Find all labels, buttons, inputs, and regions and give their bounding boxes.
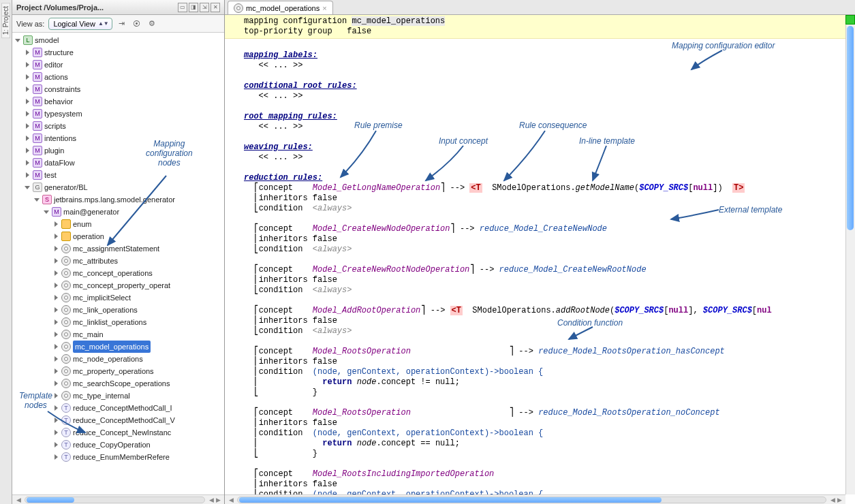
tree-label: actions bbox=[44, 71, 68, 83]
tree-generator[interactable]: Ggenerator/BL bbox=[15, 181, 224, 193]
tree-item-scripts[interactable]: Mscripts bbox=[15, 120, 224, 132]
disclosure-triangle-icon[interactable] bbox=[53, 270, 60, 277]
disclosure-triangle-icon[interactable] bbox=[25, 61, 31, 68]
disclosure-triangle-icon[interactable] bbox=[53, 331, 60, 338]
tree-tmpl-reduce_Concept_NewInstanc[interactable]: Treduce_Concept_NewInstanc bbox=[15, 426, 224, 439]
editor-h-scrollbar[interactable]: ◀ ◀▶ bbox=[225, 494, 845, 504]
tree-item-plugin[interactable]: Mplugin bbox=[15, 144, 224, 157]
disclosure-triangle-icon[interactable] bbox=[25, 147, 31, 154]
disclosure-triangle-icon[interactable] bbox=[15, 37, 22, 44]
panel-btn-2[interactable]: ◨ bbox=[189, 3, 198, 12]
disclosure-triangle-icon[interactable] bbox=[25, 74, 31, 80]
panel-title: Project /Volumes/Proja... bbox=[16, 3, 178, 12]
close-icon[interactable]: × bbox=[322, 4, 326, 12]
tree-mc-mc_type_internal[interactable]: mc_type_internal bbox=[15, 390, 224, 402]
tree-item-structure[interactable]: Mstructure bbox=[15, 46, 224, 59]
tree-mc-mc_concept_operations[interactable]: mc_concept_operations bbox=[15, 267, 224, 279]
tree-mc-mc_searchScope_operations[interactable]: mc_searchScope_operations bbox=[15, 377, 224, 390]
disclosure-triangle-icon[interactable] bbox=[25, 98, 31, 105]
tree-folder-enum[interactable]: enum bbox=[15, 218, 224, 230]
tree-label: generator/BL bbox=[44, 181, 88, 193]
tree-item-typesystem[interactable]: Mtypesystem bbox=[15, 108, 224, 120]
node-icon: T bbox=[61, 440, 71, 450]
tree-label: behavior bbox=[44, 95, 73, 108]
disclosure-triangle-icon[interactable] bbox=[25, 123, 31, 129]
tree-label: mc_implicitSelect bbox=[73, 292, 131, 304]
tree-tmpl-reduce_CopyOperation[interactable]: Treduce_CopyOperation bbox=[15, 439, 224, 451]
disclosure-triangle-icon[interactable] bbox=[53, 221, 60, 227]
view-as-combo[interactable]: Logical View ▲▼ bbox=[48, 18, 112, 30]
tree-item-editor[interactable]: Meditor bbox=[15, 59, 224, 71]
tree-mc-mc_concept_property_operat[interactable]: mc_concept_property_operat bbox=[15, 279, 224, 292]
tree-folder-operation[interactable]: operation bbox=[15, 230, 224, 242]
tree-main[interactable]: Mmain@generator bbox=[15, 206, 224, 218]
disclosure-triangle-icon[interactable] bbox=[25, 172, 31, 178]
disclosure-triangle-icon[interactable] bbox=[53, 257, 60, 264]
tree-mc-mc_attributes[interactable]: mc_attributes bbox=[15, 255, 224, 267]
tree-mc-mc_assignmentStatement[interactable]: mc_assignmentStatement bbox=[15, 242, 224, 255]
gear-icon[interactable]: ⚙ bbox=[146, 18, 157, 29]
tree-label: intentions bbox=[44, 132, 76, 144]
disclosure-triangle-icon[interactable] bbox=[25, 184, 31, 191]
tree-label: mc_searchScope_operations bbox=[73, 377, 170, 390]
disclosure-triangle-icon[interactable] bbox=[53, 245, 60, 252]
tree-mc-mc_node_operations[interactable]: mc_node_operations bbox=[15, 353, 224, 365]
tree-mc-mc_main[interactable]: mc_main bbox=[15, 328, 224, 341]
tree-label: mc_assignmentStatement bbox=[73, 242, 159, 255]
editor-body[interactable]: mapping configuration mc_model_operation… bbox=[225, 15, 855, 504]
tree-label: reduce_Concept_NewInstanc bbox=[73, 426, 171, 439]
disclosure-triangle-icon[interactable] bbox=[25, 49, 31, 56]
tree-mc-mc_property_operations[interactable]: mc_property_operations bbox=[15, 365, 224, 377]
disclosure-triangle-icon[interactable] bbox=[53, 319, 60, 326]
tree-mc-mc_linklist_operations[interactable]: mc_linklist_operations bbox=[15, 316, 224, 328]
tree-pkg[interactable]: Sjetbrains.mps.lang.smodel.generator bbox=[15, 193, 224, 206]
tree-item-intentions[interactable]: Mintentions bbox=[15, 132, 224, 144]
tree-tmpl-reduce_EnumMemberRefere[interactable]: Treduce_EnumMemberRefere bbox=[15, 451, 224, 463]
disclosure-triangle-icon[interactable] bbox=[53, 282, 60, 289]
project-tree[interactable]: LsmodelMstructureMeditorMactionsMconstra… bbox=[12, 33, 224, 494]
disclosure-triangle-icon[interactable] bbox=[53, 306, 60, 313]
target-icon[interactable]: ⦿ bbox=[131, 18, 142, 29]
panel-btn-3[interactable]: ⇲ bbox=[200, 3, 209, 12]
disclosure-triangle-icon[interactable] bbox=[53, 417, 60, 424]
disclosure-triangle-icon[interactable] bbox=[25, 86, 31, 93]
panel-btn-4[interactable]: ✕ bbox=[211, 3, 220, 12]
tree-label: editor bbox=[44, 59, 63, 71]
side-tab-project[interactable]: 1: Project bbox=[1, 3, 10, 38]
node-icon: M bbox=[33, 97, 42, 106]
disclosure-triangle-icon[interactable] bbox=[53, 356, 60, 362]
tree-label: jetbrains.mps.lang.smodel.generator bbox=[54, 193, 175, 206]
tree-item-actions[interactable]: Mactions bbox=[15, 71, 224, 83]
tree-mc-mc_model_operations[interactable]: mc_model_operations bbox=[15, 341, 224, 353]
disclosure-triangle-icon[interactable] bbox=[25, 110, 31, 117]
tree-tmpl-reduce_ConceptMethodCall_I[interactable]: Treduce_ConceptMethodCall_I bbox=[15, 402, 224, 414]
disclosure-triangle-icon[interactable] bbox=[25, 159, 31, 166]
disclosure-triangle-icon[interactable] bbox=[34, 196, 41, 203]
disclosure-triangle-icon[interactable] bbox=[44, 208, 50, 215]
disclosure-triangle-icon[interactable] bbox=[53, 343, 60, 350]
tree-tmpl-reduce_ConceptMethodCall_V[interactable]: Treduce_ConceptMethodCall_V bbox=[15, 414, 224, 426]
editor-v-scrollbar[interactable] bbox=[845, 15, 855, 494]
disclosure-triangle-icon[interactable] bbox=[53, 294, 60, 301]
collapse-icon[interactable]: ⇥ bbox=[116, 18, 127, 29]
panel-btn-1[interactable]: ▭ bbox=[178, 3, 187, 12]
tree-mc-mc_link_operations[interactable]: mc_link_operations bbox=[15, 304, 224, 316]
tree-root[interactable]: Lsmodel bbox=[15, 34, 224, 46]
disclosure-triangle-icon[interactable] bbox=[53, 233, 60, 240]
disclosure-triangle-icon[interactable] bbox=[53, 454, 60, 460]
editor-tab[interactable]: mc_model_operations × bbox=[228, 1, 333, 14]
tree-item-behavior[interactable]: Mbehavior bbox=[15, 95, 224, 108]
disclosure-triangle-icon[interactable] bbox=[25, 135, 31, 142]
tree-item-constraints[interactable]: Mconstraints bbox=[15, 83, 224, 95]
tree-mc-mc_implicitSelect[interactable]: mc_implicitSelect bbox=[15, 292, 224, 304]
disclosure-triangle-icon[interactable] bbox=[53, 380, 60, 387]
disclosure-triangle-icon[interactable] bbox=[53, 429, 60, 436]
tree-h-scrollbar[interactable]: ◀ ◀▶ bbox=[12, 494, 224, 504]
node-icon: M bbox=[33, 72, 42, 82]
disclosure-triangle-icon[interactable] bbox=[53, 392, 60, 399]
tree-item-dataFlow[interactable]: MdataFlow bbox=[15, 157, 224, 169]
tree-item-test[interactable]: Mtest bbox=[15, 169, 224, 181]
disclosure-triangle-icon[interactable] bbox=[53, 405, 60, 411]
disclosure-triangle-icon[interactable] bbox=[53, 441, 60, 448]
disclosure-triangle-icon[interactable] bbox=[53, 368, 60, 375]
